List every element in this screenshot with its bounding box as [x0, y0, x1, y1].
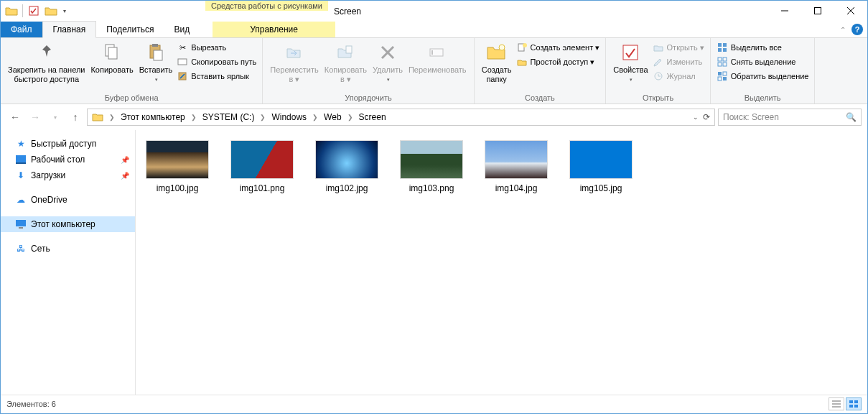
file-item[interactable]: img104.jpg — [482, 140, 551, 193]
forward-button[interactable]: → — [27, 109, 44, 126]
delete-label: Удалить — [373, 65, 403, 75]
window-controls — [768, 1, 867, 21]
details-view-button[interactable] — [829, 397, 844, 410]
file-name: img101.png — [240, 183, 285, 193]
search-placeholder: Поиск: Screen — [723, 112, 779, 122]
up-button[interactable]: ↑ — [67, 109, 84, 126]
tab-share[interactable]: Поделиться — [96, 22, 164, 37]
thumbnail — [485, 140, 548, 179]
copy-path-button[interactable]: Скопировать путь — [175, 55, 258, 68]
file-name: img103.png — [409, 183, 454, 193]
history-button[interactable]: Журнал — [651, 70, 706, 83]
nav-desktop[interactable]: Рабочий стол📌 — [1, 152, 135, 167]
crumb-windows[interactable]: Windows — [269, 112, 309, 122]
svg-rect-33 — [723, 77, 727, 80]
svg-rect-10 — [178, 59, 187, 65]
search-input[interactable]: Поиск: Screen 🔍 — [718, 109, 862, 126]
file-item[interactable]: img102.jpg — [312, 140, 381, 193]
tab-home[interactable]: Главная — [42, 21, 97, 38]
thumbnails-view-button[interactable] — [846, 397, 862, 410]
new-item-button[interactable]: Создать элемент ▾ — [515, 41, 602, 54]
copyto-label: Копировать в ▾ — [325, 65, 367, 84]
invert-selection-button[interactable]: Обратить выделение — [715, 70, 811, 83]
nav-this-pc[interactable]: Этот компьютер — [1, 216, 135, 232]
close-button[interactable] — [834, 1, 867, 21]
qat-customize-icon[interactable]: ▾ — [60, 8, 69, 14]
chevron-down-icon[interactable]: ⌄ — [693, 114, 699, 121]
quick-access-toolbar: ▾ — [1, 1, 72, 21]
file-item[interactable]: img100.jpg — [143, 140, 212, 193]
refresh-icon[interactable]: ⟳ — [703, 112, 710, 122]
svg-rect-42 — [854, 400, 858, 403]
copy-label: Копировать — [90, 65, 133, 75]
desktop-icon — [15, 154, 27, 165]
easy-access-button[interactable]: Простой доступ ▾ — [515, 55, 602, 68]
nav-downloads[interactable]: ⬇Загрузки📌 — [1, 167, 135, 183]
svg-point-17 — [499, 45, 505, 50]
move-to-button[interactable]: Переместить в ▾ — [267, 40, 321, 86]
group-clipboard: Закрепить на панели быстрого доступа Коп… — [1, 38, 263, 104]
nav-quick-access[interactable]: ★Быстрый доступ — [1, 136, 135, 152]
svg-rect-34 — [16, 155, 26, 162]
file-item[interactable]: img101.png — [228, 140, 297, 193]
chevron-right-icon[interactable]: ❯ — [346, 114, 355, 121]
context-tab-title: Средства работы с рисунками — [205, 1, 328, 11]
file-item[interactable]: img105.jpg — [566, 140, 635, 193]
help-icon[interactable]: ? — [851, 24, 863, 35]
svg-rect-25 — [723, 48, 727, 52]
back-button[interactable]: ← — [6, 109, 24, 126]
collapse-ribbon-icon[interactable]: ⌃ — [840, 26, 846, 34]
cut-button[interactable]: ✂Вырезать — [175, 41, 258, 54]
copy-button[interactable]: Копировать — [88, 40, 136, 76]
svg-rect-8 — [152, 44, 158, 47]
svg-rect-26 — [718, 58, 722, 61]
recent-locations-button[interactable]: ▾ — [47, 109, 64, 126]
address-bar[interactable]: ❯ Этот компьютер ❯ SYSTEM (C:) ❯ Windows… — [87, 109, 715, 126]
file-item[interactable]: img103.png — [397, 140, 466, 193]
move-icon — [283, 41, 306, 64]
select-none-button[interactable]: Снять выделение — [715, 55, 811, 68]
view-switcher — [829, 397, 862, 410]
properties-button[interactable]: Свойства ▾ — [610, 40, 650, 86]
chevron-down-icon: ▾ — [630, 75, 633, 84]
nav-network[interactable]: 🖧Сеть — [1, 241, 135, 257]
edit-button[interactable]: Изменить — [651, 55, 706, 68]
crumb-thispc[interactable]: Этот компьютер — [118, 112, 188, 122]
properties-qat-icon[interactable] — [26, 3, 42, 19]
path-icon — [177, 56, 188, 68]
svg-rect-23 — [723, 43, 727, 47]
crumb-system[interactable]: SYSTEM (C:) — [200, 112, 258, 122]
select-all-button[interactable]: Выделить все — [715, 41, 811, 54]
crumb-web[interactable]: Web — [321, 112, 344, 122]
paste-button[interactable]: Вставить ▾ — [136, 40, 176, 86]
paste-shortcut-button[interactable]: Вставить ярлык — [175, 70, 258, 83]
group-select: Выделить все Снять выделение Обратить вы… — [711, 38, 816, 104]
chevron-right-icon[interactable]: ❯ — [190, 114, 198, 121]
tab-manage[interactable]: Управление — [213, 22, 335, 37]
easyaccess-icon — [516, 56, 528, 68]
pin-quickaccess-button[interactable]: Закрепить на панели быстрого доступа — [5, 40, 88, 86]
rename-button[interactable]: Переименовать — [406, 40, 470, 76]
properties-label: Свойства — [613, 65, 648, 75]
svg-rect-37 — [19, 227, 23, 229]
svg-rect-43 — [849, 405, 853, 408]
tab-file[interactable]: Файл — [1, 22, 42, 37]
chevron-right-icon[interactable]: ❯ — [108, 114, 116, 121]
new-folder-button[interactable]: Создать папку — [479, 40, 515, 86]
scissors-icon: ✂ — [177, 42, 188, 53]
maximize-button[interactable] — [801, 1, 834, 21]
chevron-right-icon[interactable]: ❯ — [311, 114, 319, 121]
chevron-right-icon[interactable]: ❯ — [258, 114, 267, 121]
nav-onedrive[interactable]: ☁OneDrive — [1, 192, 135, 208]
thumbnail — [400, 140, 463, 179]
crumb-screen[interactable]: Screen — [356, 112, 389, 122]
copy-to-button[interactable]: Копировать в ▾ — [322, 40, 370, 86]
files-view[interactable]: img100.jpgimg101.pngimg102.jpgimg103.png… — [136, 130, 867, 395]
tab-view[interactable]: Вид — [164, 22, 200, 37]
minimize-button[interactable] — [768, 1, 801, 21]
delete-button[interactable]: Удалить ▾ — [370, 40, 406, 86]
pin-icon — [35, 41, 58, 64]
properties-icon — [619, 41, 642, 64]
folder-qat-icon[interactable] — [43, 3, 59, 19]
open-button[interactable]: Открыть ▾ — [651, 41, 706, 54]
